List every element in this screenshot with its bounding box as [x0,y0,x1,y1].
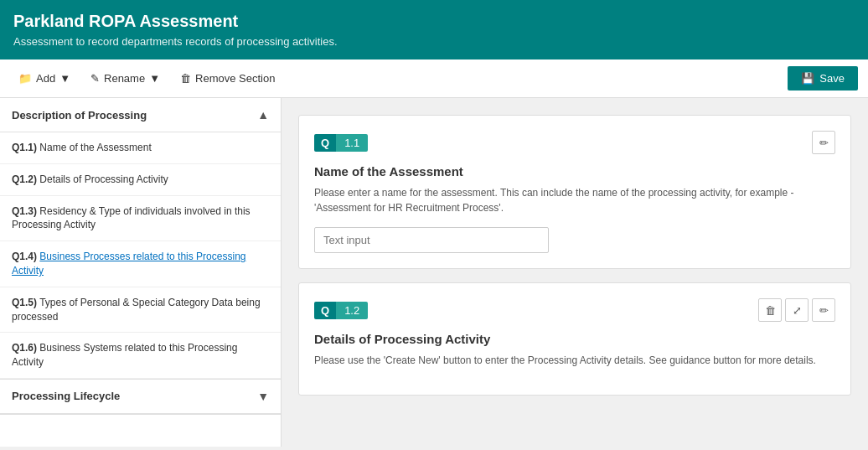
sidebar-item-q1-5-number: Q1.5) [12,297,37,308]
question-card-1-1: Q 1.1 ✏ Name of the Assessment Please en… [298,115,851,269]
rename-icon: ✎ [90,72,100,85]
sidebar-item-q1-1[interactable]: Q1.1) Name of the Assessment [0,132,281,164]
move-button-1-2[interactable]: ⤢ [785,298,809,322]
question-card-1-2: Q 1.2 🗑 ⤢ ✏ Details of Processing Activi… [298,282,851,396]
sidebar-item-q1-2-text: Details of Processing Activity [39,173,168,185]
sidebar-item-q1-4-link[interactable]: Business Processes related to this Proce… [12,251,245,277]
sidebar-item-q1-3[interactable]: Q1.3) Residency & Type of individuals in… [0,196,281,242]
sidebar-section-title-description: Description of Processing [12,109,147,122]
sidebar-section-header-description[interactable]: Description of Processing ▲ [0,98,281,132]
edit-button-1-1[interactable]: ✏ [812,131,835,154]
sidebar-item-q1-5[interactable]: Q1.5) Types of Personal & Special Catego… [0,287,281,334]
delete-button-1-2[interactable]: 🗑 [758,298,782,322]
sidebar-item-q1-3-number: Q1.3) [12,205,37,217]
header-title: Parkland ROPA Assessment [13,12,855,31]
chevron-up-icon: ▲ [257,108,269,122]
sidebar-item-q1-2[interactable]: Q1.2) Details of Processing Activity [0,164,281,196]
sidebar-section-title-lifecycle: Processing Lifecycle [12,390,120,402]
question-card-1-1-header: Q 1.1 ✏ [314,131,835,154]
rename-chevron-icon: ▼ [149,72,160,85]
sidebar-item-q1-5-text: Types of Personal & Special Category Dat… [12,297,261,323]
edit-button-1-2[interactable]: ✏ [812,298,835,322]
sidebar-item-q1-1-text: Name of the Assessment [39,142,151,153]
sidebar-item-q1-4-number: Q1.4) [12,251,37,262]
header-subtitle: Assessment to record departments records… [13,35,855,48]
save-label: Save [819,72,845,85]
sidebar-item-q1-6[interactable]: Q1.6) Business Systems related to this P… [0,333,281,379]
add-button[interactable]: 📁 Add ▼ [10,67,79,90]
question-card-1-2-header: Q 1.2 🗑 ⤢ ✏ [314,298,835,322]
q-label-1-2: Q [314,302,336,319]
sidebar-item-q1-6-number: Q1.6) [12,342,37,354]
remove-section-label: Remove Section [195,72,275,85]
sidebar-item-q1-6-text: Business Systems related to this Process… [12,342,237,368]
q-number-1-1: 1.1 [336,134,368,152]
rename-button[interactable]: ✎ Rename ▼ [82,67,168,90]
rename-label: Rename [104,72,145,85]
chevron-down-icon: ▼ [257,390,269,403]
sidebar: Description of Processing ▲ Q1.1) Name o… [0,98,282,447]
header: Parkland ROPA Assessment Assessment to r… [0,0,868,59]
folder-icon: 📁 [18,72,32,85]
add-label: Add [36,72,55,85]
sidebar-item-q1-2-number: Q1.2) [12,173,37,185]
save-icon: 💾 [801,72,814,85]
add-chevron-icon: ▼ [59,72,70,85]
question-desc-1-1: Please enter a name for the assessment. … [314,185,835,215]
content-area: Q 1.1 ✏ Name of the Assessment Please en… [282,98,868,447]
q-label-1-1: Q [314,134,336,152]
toolbar: 📁 Add ▼ ✎ Rename ▼ 🗑 Remove Section 💾 Sa… [0,59,868,98]
sidebar-section-description: Description of Processing ▲ Q1.1) Name o… [0,98,281,380]
remove-section-button[interactable]: 🗑 Remove Section [172,67,283,90]
sidebar-item-q1-1-number: Q1.1) [12,142,37,153]
question-title-1-1: Name of the Assessment [314,164,835,178]
question-badge-1-1: Q 1.1 [314,134,368,152]
question-actions-1-2: 🗑 ⤢ ✏ [758,298,835,322]
q-number-1-2: 1.2 [336,302,368,319]
question-badge-1-2: Q 1.2 [314,302,368,319]
trash-icon: 🗑 [180,72,191,85]
sidebar-section-lifecycle: Processing Lifecycle ▼ [0,380,281,415]
main-layout: Description of Processing ▲ Q1.1) Name o… [0,98,868,447]
sidebar-section-header-lifecycle[interactable]: Processing Lifecycle ▼ [0,380,281,414]
sidebar-item-q1-3-text: Residency & Type of individuals involved… [12,205,251,231]
text-input-1-1[interactable] [314,227,549,253]
sidebar-item-q1-4[interactable]: Q1.4) Business Processes related to this… [0,241,281,287]
question-desc-1-2: Please use the 'Create New' button to en… [314,353,835,368]
toolbar-left: 📁 Add ▼ ✎ Rename ▼ 🗑 Remove Section [10,67,283,90]
question-actions-1-1: ✏ [812,131,835,154]
save-button[interactable]: 💾 Save [788,66,858,91]
question-title-1-2: Details of Processing Activity [314,332,835,346]
